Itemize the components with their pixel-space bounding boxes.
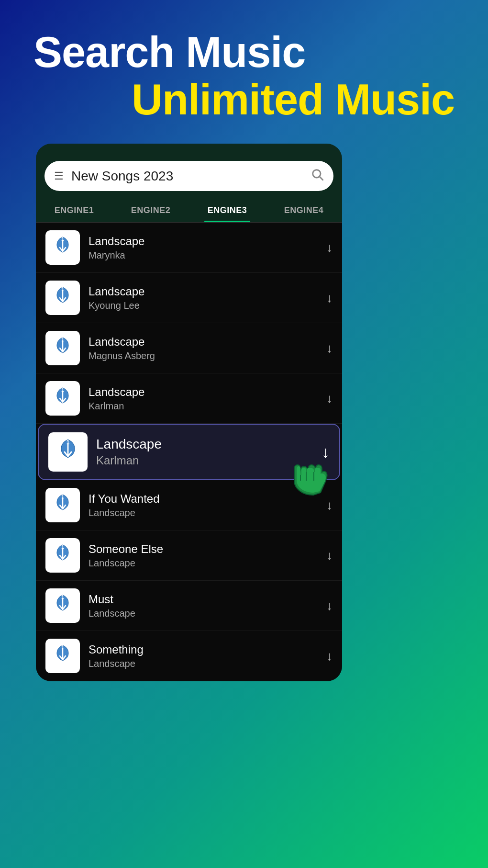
svg-text:1: 1 — [61, 337, 64, 342]
song-info: Landscape Karlman — [89, 385, 318, 412]
list-item[interactable]: 1 Something Landscape ↓ — [36, 631, 342, 681]
song-info: If You Wanted Landscape — [89, 492, 318, 519]
song-info: Landscape Karlman — [96, 437, 313, 467]
song-artist: Marynka — [89, 250, 318, 261]
album-art: 1 — [45, 331, 80, 365]
tab-engine4[interactable]: ENGINE4 — [266, 199, 342, 222]
song-list: 1 Landscape Marynka ↓ 1 Landscape — [36, 223, 342, 681]
song-info: Landscape Magnus Asberg — [89, 335, 318, 361]
download-button[interactable]: ↓ — [326, 341, 333, 356]
song-artist: Landscape — [89, 658, 318, 669]
album-art: 1 — [45, 281, 80, 315]
list-item[interactable]: 1 Landscape Kyoung Lee ↓ — [36, 273, 342, 323]
song-artist: Landscape — [89, 507, 318, 519]
song-info: Landscape Kyoung Lee — [89, 285, 318, 311]
engine-tabs: ENGINE1 ENGINE2 ENGINE3 ENGINE4 — [36, 199, 342, 223]
song-title: Someone Else — [89, 542, 318, 556]
song-info: Someone Else Landscape — [89, 542, 318, 569]
download-button[interactable]: ↓ — [326, 291, 333, 305]
song-title: Landscape — [89, 285, 318, 298]
song-info: Landscape Marynka — [89, 235, 318, 261]
svg-text:1: 1 — [61, 494, 64, 499]
header-line1: Search Music — [33, 29, 455, 76]
svg-point-0 — [313, 170, 321, 178]
svg-line-1 — [320, 177, 323, 180]
download-button[interactable]: ↓ — [326, 240, 333, 255]
song-info: Something Landscape — [89, 643, 318, 669]
tab-engine1[interactable]: ENGINE1 — [36, 199, 112, 222]
svg-text:1: 1 — [61, 644, 64, 650]
svg-text:1: 1 — [61, 236, 64, 242]
song-title: Landscape — [89, 335, 318, 349]
song-info: Must Landscape — [89, 593, 318, 619]
song-artist: Magnus Asberg — [89, 350, 318, 361]
album-art: 1 — [45, 381, 80, 416]
header-section: Search Music Unlimited Music — [33, 29, 455, 124]
song-artist: Landscape — [89, 608, 318, 619]
song-title: Landscape — [96, 437, 313, 452]
svg-text:1: 1 — [61, 594, 64, 600]
tab-engine2[interactable]: ENGINE2 — [112, 199, 189, 222]
song-title: Must — [89, 593, 318, 606]
svg-text:1: 1 — [61, 544, 64, 550]
phone-mockup: ☰ New Songs 2023 ENGINE1 ENGINE2 ENGINE3… — [36, 144, 342, 681]
download-button[interactable]: ↓ — [326, 649, 333, 664]
album-art: 1 — [45, 230, 80, 265]
album-art: 1 — [45, 639, 80, 673]
album-art: 1 — [48, 432, 88, 472]
download-button[interactable]: ↓ — [326, 391, 333, 406]
search-bar[interactable]: ☰ New Songs 2023 — [44, 161, 333, 191]
album-art: 1 — [45, 488, 80, 522]
svg-text:1: 1 — [61, 286, 64, 292]
song-artist: Kyoung Lee — [89, 300, 318, 311]
album-art: 1 — [45, 538, 80, 573]
search-icon[interactable] — [311, 168, 324, 184]
album-art: 1 — [45, 588, 80, 623]
menu-icon[interactable]: ☰ — [54, 171, 64, 181]
list-item[interactable]: 1 Must Landscape ↓ — [36, 581, 342, 631]
song-artist: Karlman — [96, 454, 313, 467]
list-item[interactable]: 1 Landscape Magnus Asberg ↓ — [36, 323, 342, 373]
svg-text:1: 1 — [61, 387, 64, 393]
download-button[interactable]: ↓ — [326, 598, 333, 613]
search-query-text: New Songs 2023 — [71, 169, 303, 184]
svg-text:1: 1 — [66, 439, 69, 446]
list-item[interactable]: 1 Landscape Karlman ↓ — [36, 373, 342, 424]
song-artist: Landscape — [89, 558, 318, 569]
song-title: If You Wanted — [89, 492, 318, 506]
song-title: Landscape — [89, 235, 318, 248]
cursor-hand-icon — [285, 445, 337, 504]
download-button[interactable]: ↓ — [326, 548, 333, 563]
song-title: Landscape — [89, 385, 318, 399]
song-title: Something — [89, 643, 318, 656]
list-item[interactable]: 1 Someone Else Landscape ↓ — [36, 530, 342, 581]
song-artist: Karlman — [89, 401, 318, 412]
tab-engine3[interactable]: ENGINE3 — [189, 199, 266, 222]
header-line2: Unlimited Music — [33, 76, 455, 124]
list-item[interactable]: 1 Landscape Marynka ↓ — [36, 223, 342, 273]
highlighted-song-wrapper: 1 Landscape Karlman ↓ — [36, 424, 342, 480]
